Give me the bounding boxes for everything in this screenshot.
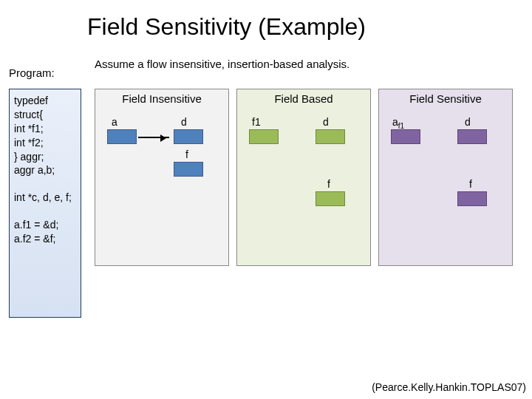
code-line: a.f2 = &f; (14, 232, 76, 246)
node-f (174, 162, 203, 177)
node-label-f: f (327, 178, 330, 190)
node-d (457, 129, 487, 144)
code-line: aggr a,b; (14, 163, 76, 177)
slide-title: Field Sensitivity (Example) (0, 0, 532, 41)
node-label-f: f (185, 149, 188, 160)
panel-field-insensitive: Field Insensitive a d f (95, 89, 229, 266)
node-f (457, 191, 487, 206)
node-a (107, 129, 137, 144)
label-a-part: a (392, 116, 398, 128)
node-f1 (249, 129, 279, 144)
code-block-3: a.f1 = &d; a.f2 = &f; (14, 218, 76, 246)
panel-title: Field Sensitive (379, 89, 512, 105)
panel-title: Field Insensitive (95, 89, 228, 105)
code-line: } aggr; (14, 150, 76, 164)
citation-text: (Pearce.Kelly.Hankin.TOPLAS07) (372, 381, 526, 393)
node-af1 (391, 129, 420, 144)
node-label-af1: af1 (392, 116, 404, 130)
node-d (316, 129, 345, 144)
panel-field-sensitive: Field Sensitive af1 d f (378, 89, 513, 266)
panel-field-based: Field Based f1 d f (236, 89, 371, 266)
program-label: Program: (9, 66, 55, 79)
code-block-2: int *c, d, e, f; (14, 191, 76, 205)
node-d (174, 129, 203, 144)
node-label-d: d (465, 116, 471, 128)
node-f (316, 191, 345, 206)
code-line: int *f1; (14, 122, 76, 136)
code-line: int *f2; (14, 136, 76, 150)
code-line: struct{ (14, 108, 76, 122)
node-label-f1: f1 (252, 116, 261, 128)
code-line: a.f1 = &d; (14, 218, 76, 232)
code-line: typedef (14, 94, 76, 108)
code-block-1: typedef struct{ int *f1; int *f2; } aggr… (14, 94, 76, 177)
program-code-box: typedef struct{ int *f1; int *f2; } aggr… (9, 89, 81, 318)
node-label-a: a (112, 116, 117, 128)
code-line: int *c, d, e, f; (14, 191, 76, 205)
node-label-f: f (469, 178, 472, 190)
panel-title: Field Based (237, 89, 370, 105)
arrow-a-to-d (138, 137, 169, 138)
node-label-d: d (323, 116, 329, 128)
assumption-text: Assume a flow insensitive, insertion-bas… (95, 58, 349, 70)
node-label-d: d (181, 116, 187, 128)
